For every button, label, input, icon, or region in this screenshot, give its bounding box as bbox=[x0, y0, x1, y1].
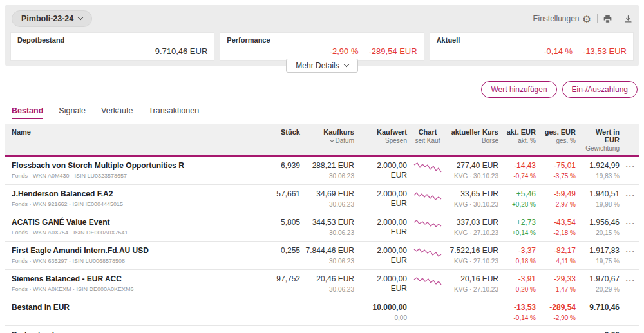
fund-name[interactable]: Flossbach von Storch Multiple Opportunit… bbox=[12, 161, 267, 170]
chart-cell[interactable] bbox=[410, 218, 446, 232]
table-row[interactable]: J.Henderson Balanced F.A2 Fonds · WKN 92… bbox=[5, 185, 639, 213]
sparkline-icon bbox=[413, 190, 442, 202]
chart-cell[interactable] bbox=[410, 189, 446, 204]
stueck-cell: 57,661 bbox=[269, 189, 303, 199]
tab-verkaeufe[interactable]: Verkäufe bbox=[101, 106, 133, 119]
total-label-cell: Barbestand bbox=[5, 330, 269, 333]
col-kaufwert-label: Kaufwert bbox=[359, 128, 407, 136]
ges-cell: -82,17-4,11 % bbox=[538, 246, 578, 265]
table-row[interactable]: First Eagle Amundi Intern.Fd.AU USD Fond… bbox=[5, 242, 639, 270]
col-akt-eur: akt. EUR akt. % bbox=[501, 128, 538, 144]
col-spesen-label: Spesen bbox=[385, 137, 407, 144]
col-kaufkurs[interactable]: Kaufkurs Datum bbox=[303, 128, 357, 144]
fund-details: Fonds · WKN A0X754 · ISIN DE000A0X7541 bbox=[12, 229, 267, 236]
col-ges-pct-label: ges. % bbox=[556, 137, 576, 144]
fund-name[interactable]: J.Henderson Balanced F.A2 bbox=[12, 189, 267, 198]
akt-cell: -3,37-0,18 % bbox=[501, 246, 538, 265]
portfolio-selector[interactable]: Pimboli-23-24 bbox=[12, 10, 92, 27]
kaufwert-cell: 2.000,00 EUR bbox=[357, 161, 410, 180]
col-boerse-label: Börse bbox=[482, 137, 498, 144]
table-header: Name Stück Kaufkurs Datum Kaufwert Spese… bbox=[5, 124, 639, 157]
row-menu-button[interactable]: ··· bbox=[622, 274, 639, 285]
col-seit-kauf-label: seit Kauf bbox=[415, 137, 440, 144]
kaufwert-cell: 2.000,00 EUR bbox=[357, 246, 410, 265]
fund-cell: Flossbach von Storch Multiple Opportunit… bbox=[5, 161, 269, 179]
card-label: Performance bbox=[227, 36, 417, 44]
wert-cell: 1.924,9919,83 % bbox=[578, 161, 622, 180]
chart-cell[interactable] bbox=[410, 161, 446, 175]
divider bbox=[597, 14, 598, 23]
kurs-cell: 337,03 EURKVG · 27.10.23 bbox=[446, 218, 501, 236]
tab-bar: Bestand Signale Verkäufe Transaktionen bbox=[5, 106, 639, 119]
fund-details: Fonds · WKN A0M430 · ISIN LU0323578657 bbox=[12, 173, 267, 179]
chevron-down-icon bbox=[78, 15, 83, 20]
kurs-cell: 7.522,16 EURKVG · 27.10.23 bbox=[446, 246, 501, 265]
tab-transaktionen[interactable]: Transaktionen bbox=[148, 106, 199, 119]
total-label-cell: Bestand in EUR bbox=[5, 303, 269, 312]
tab-bestand[interactable]: Bestand bbox=[12, 106, 43, 119]
fund-cell: First Eagle Amundi Intern.Fd.AU USD Fond… bbox=[5, 246, 269, 264]
fund-cell: Siemens Balanced - EUR ACC Fonds · WKN A… bbox=[5, 274, 269, 292]
printer-icon bbox=[603, 15, 612, 23]
row-menu-button[interactable]: ··· bbox=[622, 189, 639, 200]
sparkline-icon bbox=[413, 218, 442, 230]
col-ges-label: ges. EUR bbox=[541, 128, 576, 136]
deposit-withdraw-button[interactable]: Ein-/Auszahlung bbox=[562, 81, 638, 98]
kurs-cell: 20,16 EURKVG · 27.10.23 bbox=[446, 274, 501, 293]
row-menu-button[interactable]: ··· bbox=[622, 246, 639, 256]
col-datum-label: Datum bbox=[336, 137, 354, 144]
card-value: -2,90 % -289,54 EUR bbox=[330, 46, 417, 56]
topbar-row: Pimboli-23-24 Einstellungen ⚙ bbox=[10, 10, 634, 27]
sort-chevron-icon bbox=[330, 138, 334, 142]
wert-cell: 1.956,4620,15 % bbox=[578, 218, 622, 236]
ges-cell: -75,01-3,75 % bbox=[538, 161, 578, 180]
card-value: 9.710,46 EUR bbox=[155, 46, 208, 56]
row-menu-button[interactable]: ··· bbox=[622, 161, 639, 171]
col-gewichtung-label: Gewichtung bbox=[585, 145, 620, 152]
akt-cell: +5,46+0,28 % bbox=[501, 189, 538, 208]
sparkline-icon bbox=[413, 162, 442, 173]
divider bbox=[618, 14, 618, 23]
download-button[interactable] bbox=[624, 15, 632, 23]
print-button[interactable] bbox=[603, 15, 612, 23]
fund-name[interactable]: ACATIS GANÉ Value Event bbox=[12, 218, 267, 227]
fund-cell: ACATIS GANÉ Value Event Fonds · WKN A0X7… bbox=[5, 218, 269, 236]
akt-cell: -14,43-0,74 % bbox=[501, 161, 538, 180]
col-stueck: Stück bbox=[269, 128, 303, 136]
fund-name[interactable]: Siemens Balanced - EUR ACC bbox=[12, 274, 267, 283]
col-ges-eur: ges. EUR ges. % bbox=[538, 128, 578, 144]
depot-value: 9.710,46 EUR bbox=[155, 46, 208, 56]
add-value-button[interactable]: Wert hinzufügen bbox=[481, 81, 556, 98]
chart-cell[interactable] bbox=[410, 246, 446, 260]
summary-panel: Pimboli-23-24 Einstellungen ⚙ bbox=[5, 5, 639, 66]
table-row[interactable]: Flossbach von Storch Multiple Opportunit… bbox=[5, 157, 639, 185]
table-row-barbestand: Barbestand -0,00 bbox=[5, 326, 639, 333]
col-kaufkurs-label: Kaufkurs bbox=[305, 128, 354, 136]
stueck-cell: 97,752 bbox=[269, 274, 303, 284]
col-kurs-label: aktueller Kurs bbox=[448, 128, 498, 136]
settings-label: Einstellungen bbox=[533, 14, 579, 23]
tab-signale[interactable]: Signale bbox=[59, 106, 86, 119]
action-buttons: Wert hinzufügen Ein-/Auszahlung bbox=[5, 81, 639, 98]
card-aktuell: Aktuell -0,14 % -13,53 EUR bbox=[430, 32, 634, 61]
chevron-down-icon bbox=[343, 62, 348, 67]
col-chart: Chart seit Kauf bbox=[410, 128, 446, 144]
fund-cell: J.Henderson Balanced F.A2 Fonds · WKN 92… bbox=[5, 189, 269, 207]
chart-cell[interactable] bbox=[410, 274, 446, 289]
wert-total-cell: 9.710,46 bbox=[578, 303, 622, 312]
wert-cell: 1.940,5119,98 % bbox=[578, 189, 622, 208]
row-menu-button[interactable]: ··· bbox=[622, 218, 639, 228]
ges-cell: -43,54-2,18 % bbox=[538, 218, 578, 236]
settings-button[interactable]: Einstellungen ⚙ bbox=[533, 14, 591, 24]
table-row[interactable]: ACATIS GANÉ Value Event Fonds · WKN A0X7… bbox=[5, 213, 639, 242]
fund-details: Fonds · WKN 921662 · ISIN IE0004445015 bbox=[12, 201, 267, 207]
table-row[interactable]: Siemens Balanced - EUR ACC Fonds · WKN A… bbox=[5, 270, 639, 298]
more-details-button[interactable]: Mehr Details bbox=[286, 59, 357, 73]
total-label: Bestand in EUR bbox=[12, 303, 267, 312]
table-row-bestand-total: Bestand in EUR 10.000,000,00 -13,53-0,14… bbox=[5, 298, 639, 326]
fund-name[interactable]: First Eagle Amundi Intern.Fd.AU USD bbox=[12, 246, 267, 255]
card-label: Aktuell bbox=[437, 36, 627, 44]
kaufkurs-cell: 344,53 EUR30.06.23 bbox=[303, 218, 357, 236]
total-label: Barbestand bbox=[12, 330, 267, 333]
col-kaufwert: Kaufwert Spesen bbox=[357, 128, 410, 144]
